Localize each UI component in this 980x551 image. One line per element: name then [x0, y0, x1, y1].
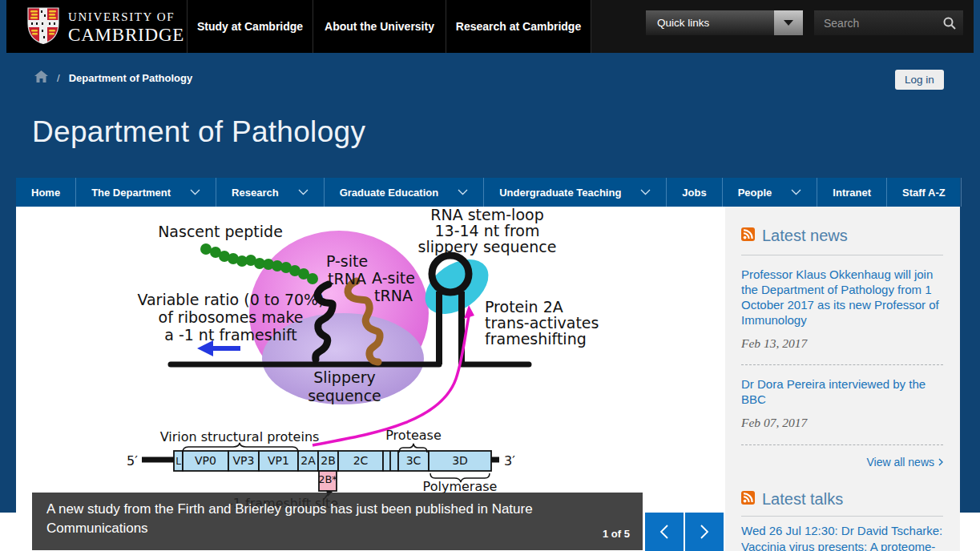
box-label-2C: 2C: [353, 454, 369, 467]
latest-news-title: Latest news: [762, 227, 848, 245]
search-input[interactable]: [814, 17, 936, 30]
header-divider: [591, 0, 591, 53]
divider: [741, 255, 943, 255]
chevron-left-icon: [659, 524, 669, 540]
label-a-site-trna: tRNA: [374, 287, 413, 304]
nav-item-jobs[interactable]: Jobs: [667, 178, 722, 207]
chevron-right-icon: [938, 458, 943, 466]
page-title: Department of Pathology: [32, 115, 365, 149]
nav-item-home[interactable]: Home: [16, 178, 76, 207]
header-search: [814, 10, 963, 35]
nav-item-intranet[interactable]: Intranet: [817, 178, 887, 207]
box-label-3D: 3D: [452, 454, 468, 467]
carousel-counter: 1 of 5: [603, 528, 630, 540]
quick-links-dropdown[interactable]: Quick links: [646, 10, 803, 35]
latest-talks-header: Latest talks: [741, 490, 943, 509]
chevron-right-icon: [700, 524, 709, 540]
talk-item-link[interactable]: Wed 26 Jul 12:30: Dr David Tscharke: Vac…: [741, 523, 943, 551]
dashed-divider: [741, 444, 943, 445]
latest-talks-title: Latest talks: [762, 490, 843, 509]
cambridge-logo[interactable]: UNIVERSITY OF CAMBRIDGE: [27, 7, 184, 48]
search-button[interactable]: [936, 10, 963, 35]
triangle-down-icon: [784, 20, 793, 26]
chevron-down-icon: [298, 189, 309, 195]
news-item-date: Feb 07, 2017: [741, 416, 943, 430]
nav-item-people[interactable]: People: [723, 178, 818, 207]
chevron-down-icon: [458, 189, 468, 195]
label-variable-3: a -1 nt frameshift: [164, 326, 297, 344]
box-label-VP3: VP3: [233, 454, 255, 467]
label-a-site: A-site: [372, 269, 415, 287]
news-item-date: Feb 13, 2017: [741, 336, 943, 351]
nav-item-undergraduate-teaching[interactable]: Undergraduate Teaching: [484, 178, 667, 207]
label-stem-loop-1: RNA stem-loop: [430, 207, 543, 223]
label-protein2a-3: frameshifting: [485, 330, 587, 348]
breadcrumb-separator: /: [57, 72, 60, 84]
news-item-link[interactable]: Professor Klaus Okkenhaug will join the …: [741, 267, 943, 328]
carousel-caption[interactable]: A new study from the Firth and Brierley …: [46, 500, 563, 538]
nav-item-graduate-education[interactable]: Graduate Education: [325, 178, 485, 207]
label-stem-loop-3: slippery sequence: [418, 238, 557, 255]
chevron-down-icon: [190, 189, 200, 195]
chevron-down-icon: [640, 189, 651, 195]
box-label-L: L: [175, 456, 181, 467]
quick-links-label: Quick links: [646, 17, 774, 29]
label-slippery-2: sequence: [308, 387, 381, 404]
breadcrumb: / Department of Pathology: [34, 70, 192, 85]
cambridge-shield-icon: [27, 7, 59, 48]
view-all-news-link[interactable]: View all news: [741, 456, 943, 469]
label-5-prime: 5′: [127, 453, 138, 469]
nav-item-the-department[interactable]: The Department: [76, 178, 216, 207]
label-protein2a-2: trans-activates: [485, 314, 599, 332]
label-nascent-peptide: Nascent peptide: [158, 223, 283, 240]
carousel-caption-bar: A new study from the Firth and Brierley …: [32, 493, 643, 550]
rss-icon: [741, 490, 755, 509]
label-variable-2: of ribosomes make: [159, 308, 304, 326]
header-nav-research[interactable]: Research at Cambridge: [446, 0, 591, 53]
logo-line2: CAMBRIDGE: [68, 26, 184, 44]
dashed-divider: [741, 364, 943, 365]
home-icon[interactable]: [34, 70, 48, 86]
nav-item-staff-az[interactable]: Staff A-Z: [887, 178, 962, 207]
nav-item-research[interactable]: Research: [216, 178, 325, 207]
carousel-next-button[interactable]: [685, 513, 724, 551]
news-item-link[interactable]: Dr Dora Pereira interviewed by the BBC: [741, 376, 943, 407]
chevron-down-icon: [791, 189, 801, 195]
label-3-prime: 3′: [504, 453, 515, 469]
box-label-2B: 2B: [321, 454, 336, 467]
box-label-2A: 2A: [300, 454, 316, 467]
breadcrumb-current[interactable]: Department of Pathology: [69, 72, 193, 84]
logo-line1: UNIVERSITY OF: [68, 11, 184, 23]
top-header: UNIVERSITY OF CAMBRIDGE Study at Cambrid…: [6, 0, 974, 53]
sidebar: Latest news Professor Klaus Okkenhaug wi…: [741, 207, 943, 551]
main-navigation: Home The Department Research Graduate Ed…: [16, 178, 960, 207]
latest-news-header: Latest news: [741, 227, 943, 245]
divider: [741, 516, 943, 517]
rss-icon: [741, 227, 755, 245]
login-button[interactable]: Log in: [895, 70, 944, 90]
box-label-VP0: VP0: [195, 454, 216, 467]
label-variable-1: Variable ratio (0 to 70%): [137, 291, 324, 308]
header-nav-study[interactable]: Study at Cambridge: [188, 0, 313, 53]
label-protein2a-1: Protein 2A: [485, 298, 563, 316]
label-slippery-1: Slippery: [313, 368, 375, 386]
header-nav-about[interactable]: About the University: [313, 0, 446, 53]
box-label-VP1: VP1: [268, 454, 289, 467]
search-icon: [942, 16, 957, 30]
label-p-site-trna: tRNA: [328, 270, 366, 288]
box-label-3C: 3C: [406, 454, 421, 467]
box-label-2B-star: 2B*: [318, 473, 337, 485]
label-stem-loop-2: 13-14 nt from: [435, 222, 540, 239]
label-virion: Virion structural proteins: [160, 429, 320, 444]
logo-wordmark: UNIVERSITY OF CAMBRIDGE: [68, 11, 184, 44]
label-p-site: P-site: [326, 252, 368, 270]
label-protease: Protease: [385, 428, 441, 443]
news-carousel: Nascent peptide P-site tRNA A-site tRNA …: [16, 207, 725, 551]
carousel-prev-button[interactable]: [645, 513, 684, 551]
dropdown-arrow-button[interactable]: [774, 10, 803, 35]
